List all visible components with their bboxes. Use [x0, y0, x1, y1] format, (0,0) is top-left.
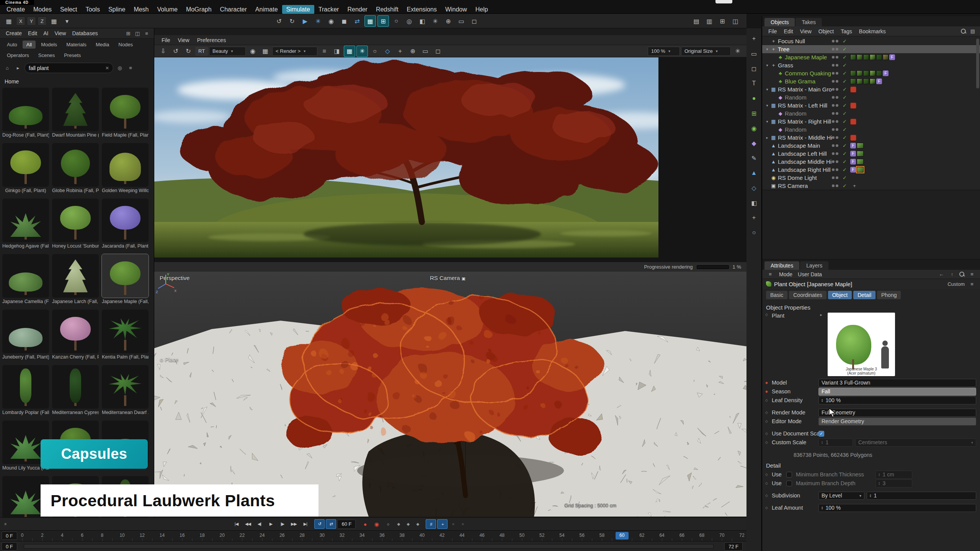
asset-mediterranean-dwarf[interactable]: Mediterranean Dwarf ... [102, 365, 149, 415]
custom-scale-field[interactable]: ▴▾1 [818, 439, 853, 447]
plant-preview-thumbnail[interactable]: Japanese Maple 3(Acer palmatum) [828, 313, 895, 376]
tab-operators[interactable]: Operators [3, 51, 33, 59]
rv-menu-view[interactable]: View [175, 36, 193, 44]
ab-menu-ai[interactable]: AI [41, 29, 51, 37]
object-row-tree[interactable]: ▾+Tree✓ [762, 45, 980, 53]
expander-icon[interactable]: ▸ [818, 313, 824, 317]
autokey-button[interactable]: ◉ [371, 519, 382, 529]
menu-window[interactable]: Window [441, 5, 471, 14]
panel-menu-icon[interactable]: ≡ [142, 29, 151, 37]
letterbox-icon[interactable]: ▭ [420, 46, 431, 57]
denoise-icon[interactable]: ◇ [382, 46, 393, 57]
tab-nodes[interactable]: Nodes [114, 41, 137, 49]
snap-grid-icon[interactable]: ▦ [364, 15, 376, 27]
object-row-rs-matrix-right-hill[interactable]: ▾▦RS Matrix - Right Hill✓ [762, 117, 980, 126]
tab-object[interactable]: Object [828, 291, 852, 299]
menu-redshift[interactable]: Redshift [372, 5, 403, 14]
record-scale-icon[interactable]: ◆ [404, 519, 412, 529]
menu-tools[interactable]: Tools [82, 5, 104, 14]
object-row-rs-matrix-main-ground[interactable]: ▾▦RS Matrix - Main Ground✓ [762, 85, 980, 93]
add-capsule-icon[interactable]: ⊕ [443, 15, 454, 27]
object-row-blue-grama[interactable]: ♣Blue Grama✓F [762, 77, 980, 85]
marker-icon[interactable]: ○ [458, 519, 467, 529]
frame-selected-icon[interactable]: ◻ [748, 63, 760, 74]
texture-tag-icon[interactable] [857, 143, 864, 148]
key-add-icon[interactable]: + [437, 519, 448, 529]
visibility-dots[interactable] [832, 120, 843, 123]
search-input[interactable] [29, 65, 104, 71]
spline-pen-icon[interactable]: ✎ [748, 152, 760, 164]
zoom-select[interactable]: 100 %▾ [648, 47, 680, 56]
enabled-check-icon[interactable]: ✓ [843, 119, 850, 124]
rv-menu-preferences[interactable]: Preferences [194, 36, 229, 44]
timeline-menu-icon[interactable]: ≡ [1, 519, 10, 529]
display-icon[interactable]: ▦ [260, 46, 271, 57]
material-tag-icon[interactable] [857, 54, 862, 60]
material-tag-icon[interactable] [850, 54, 856, 60]
menu-select[interactable]: Select [56, 5, 81, 14]
tab-attributes[interactable]: Attributes [764, 261, 799, 270]
visibility-dots[interactable] [832, 104, 843, 107]
minimum-branch-thickness-field[interactable]: ▴▾1 cm [875, 471, 912, 479]
enabled-check-icon[interactable]: ✓ [843, 111, 850, 116]
redshift-tag-icon[interactable] [850, 86, 856, 93]
visibility-dots[interactable] [832, 56, 843, 59]
visibility-dots[interactable] [832, 112, 843, 115]
menu-character[interactable]: Character [216, 5, 251, 14]
list-view-icon[interactable]: ◫ [133, 29, 142, 37]
visibility-dots[interactable] [832, 168, 843, 171]
sound-icon[interactable]: ○ [449, 519, 457, 529]
volume-icon[interactable]: ◇ [748, 182, 760, 194]
expander-icon[interactable]: ▾ [764, 119, 770, 124]
restart-render-icon[interactable]: ↻ [183, 46, 194, 57]
asset-japanese-maple-fall[interactable]: Japanese Maple (Fall, ... [102, 254, 149, 304]
asset-dog-rose-fall-plant[interactable]: Dog-Rose (Fall, Plant) [2, 88, 49, 138]
enabled-check-icon[interactable]: ✓ [843, 175, 850, 181]
search-field[interactable]: ✕ [24, 63, 113, 73]
camera-label[interactable]: RS Camera ▣ [430, 275, 466, 281]
material-tag-icon[interactable] [876, 70, 882, 76]
texture-tag-icon[interactable] [857, 159, 864, 165]
range-track[interactable] [24, 544, 714, 549]
enabled-check-icon[interactable]: ✓ [843, 70, 850, 76]
leaf-density-field[interactable]: ▴▾100 % [818, 396, 976, 404]
render-view-icon[interactable]: ▶ [299, 15, 311, 27]
tab-models[interactable]: Models [37, 41, 61, 49]
grid-overlay-icon[interactable]: ▦ [344, 46, 355, 57]
enabled-check-icon[interactable]: ✓ [843, 143, 850, 148]
enabled-check-icon[interactable]: ✓ [843, 103, 850, 108]
season-select[interactable]: Fall [818, 388, 976, 396]
visibility-dots[interactable] [832, 152, 843, 155]
visibility-dots[interactable] [832, 136, 843, 139]
menu-tracker[interactable]: Tracker [314, 5, 343, 14]
tab-scenes[interactable]: Scenes [34, 51, 59, 59]
object-row-common-quaking-grass[interactable]: ♣Common Quaking Grass✓F [762, 69, 980, 77]
redo-icon[interactable]: ↻ [286, 15, 298, 27]
visibility-dots[interactable] [832, 96, 843, 99]
checkbox[interactable] [786, 481, 792, 486]
visibility-dots[interactable] [832, 128, 843, 131]
attr-options-icon[interactable]: ≡ [968, 270, 976, 279]
menu-simulate[interactable]: Simulate [282, 5, 314, 14]
fields-tag-icon[interactable]: F [850, 143, 856, 148]
layout-tab-indicator[interactable] [715, 0, 732, 3]
tab-basic[interactable]: Basic [766, 291, 787, 299]
tab-auto[interactable]: Auto [3, 41, 21, 49]
visibility-dots[interactable] [832, 40, 843, 42]
cloner-icon[interactable]: ⊞ [748, 108, 760, 119]
isolate-icon[interactable]: ◎ [403, 15, 415, 27]
enabled-check-icon[interactable]: ✓ [843, 127, 850, 132]
asset-globe-robinia-fall-pl[interactable]: Globe Robinia (Fall, Pl... [52, 143, 99, 193]
object-row-landscape-middle-hill[interactable]: ▲Landscape Middle Hill✓F [762, 158, 980, 166]
asset-kentia-palm-fall-plant[interactable]: Kentia Palm (Fall, Plant) [102, 310, 149, 360]
custom-label[interactable]: Custom [947, 281, 965, 287]
asset-hedgehog-agave-fall[interactable]: Hedgehog Agave (Fall... [2, 199, 49, 249]
dual-monitor-icon[interactable]: ▥ [704, 15, 715, 27]
model-tool-icon[interactable]: ◼ [338, 15, 350, 27]
by-level-select[interactable]: By Level▾ [818, 492, 864, 500]
axis-lock-z[interactable]: Z [38, 16, 47, 26]
scrollbar[interactable] [976, 39, 979, 88]
object-row-rs-matrix-middle-hill[interactable]: ▸▦RS Matrix - Middle Hill✓ [762, 134, 980, 142]
render-mode-select[interactable]: Full Geometry [818, 409, 976, 417]
enabled-check-icon[interactable]: ✓ [843, 95, 850, 100]
